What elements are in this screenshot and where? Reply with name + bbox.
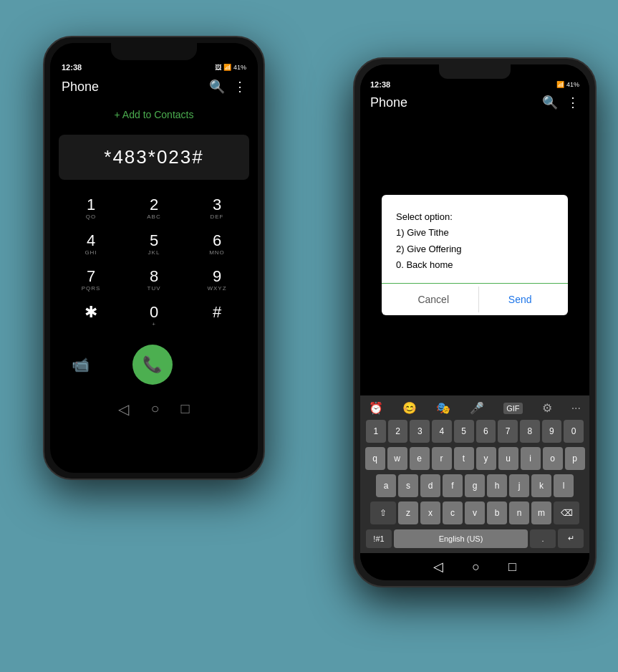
keyboard-number-row: 1 2 3 4 5 6 7 8 9 0 xyxy=(363,418,586,445)
key-b[interactable]: b xyxy=(487,501,507,524)
dialog-divider-v xyxy=(478,287,479,312)
add-to-contacts-button[interactable]: + Add to Contacts xyxy=(50,100,258,129)
dialer-display: *483*023# xyxy=(59,135,249,180)
dialog-box: Select option: 1) Give Tithe 2) Give Off… xyxy=(382,195,568,315)
key-a[interactable]: a xyxy=(376,474,396,497)
cancel-button[interactable]: Cancel xyxy=(403,287,463,312)
key-i[interactable]: i xyxy=(521,447,541,470)
phone2-app-title: Phone xyxy=(370,95,407,110)
recents-nav-icon[interactable]: □ xyxy=(181,400,190,418)
key-f[interactable]: f xyxy=(443,474,463,497)
spacebar-key[interactable]: English (US) xyxy=(394,529,528,548)
key-num-2[interactable]: 2 xyxy=(388,420,408,443)
home-nav-icon2[interactable]: ○ xyxy=(472,560,480,575)
key-num-4[interactable]: 4 xyxy=(432,420,452,443)
key-num-8[interactable]: 8 xyxy=(520,420,540,443)
call-button[interactable]: 📞 xyxy=(132,345,173,385)
settings-icon[interactable]: ⚙ xyxy=(542,401,552,415)
key-7[interactable]: 7PQRS xyxy=(62,264,120,296)
wifi-icon: 📶 xyxy=(556,81,564,88)
back-nav-icon[interactable]: ◁ xyxy=(118,400,129,418)
key-1[interactable]: 1QO xyxy=(62,193,120,224)
phone1-app-title: Phone xyxy=(62,80,99,95)
video-call-icon[interactable]: 📹 xyxy=(72,356,90,373)
phone1-screen: 12:38 🖼 📶 41% Phone 🔍 ⋮ + Add to Contact… xyxy=(50,43,258,473)
key-0[interactable]: 0+ xyxy=(125,300,183,332)
dialog-line4: 0. Back home xyxy=(396,259,453,270)
keyboard-bottom-row: !#1 English (US) . ↵ xyxy=(363,527,586,550)
key-x[interactable]: x xyxy=(420,501,440,524)
phone2-screen: 12:38 📶 41% Phone 🔍 ⋮ Select option: 1) … xyxy=(360,64,589,580)
key-z[interactable]: z xyxy=(398,501,418,524)
key-num-9[interactable]: 9 xyxy=(542,420,562,443)
more-emoji-icon[interactable]: ··· xyxy=(571,402,581,415)
backspace-key[interactable]: ⌫ xyxy=(554,501,579,524)
search-icon2[interactable]: 🔍 xyxy=(542,95,558,110)
search-icon[interactable]: 🔍 xyxy=(209,79,225,95)
emoji-icon[interactable]: 😊 xyxy=(402,401,417,415)
keyboard-row-a: a s d f g h j k l xyxy=(363,472,586,499)
key-e[interactable]: e xyxy=(410,447,430,470)
phone2-bottom-nav: ◁ ○ □ xyxy=(360,553,589,580)
key-num-1[interactable]: 1 xyxy=(366,420,386,443)
key-4[interactable]: 4GHI xyxy=(62,229,120,260)
gif-icon[interactable]: GIF xyxy=(503,403,522,414)
key-5[interactable]: 5JKL xyxy=(125,229,183,260)
keypad: 1QO 2ABC 3DEF 4GHI 5JKL 6MNO 7PQRS 8TUV … xyxy=(50,186,258,339)
dialog-line2: 1) Give Tithe xyxy=(396,227,449,238)
key-8[interactable]: 8TUV xyxy=(125,264,183,296)
key-l[interactable]: l xyxy=(554,474,574,497)
key-num-5[interactable]: 5 xyxy=(454,420,474,443)
key-q[interactable]: q xyxy=(365,447,385,470)
phone2-status-icons: 📶 41% xyxy=(556,80,579,89)
key-c[interactable]: c xyxy=(443,501,463,524)
key-hash[interactable]: # xyxy=(188,300,246,332)
key-9[interactable]: 9WXYZ xyxy=(188,264,246,296)
key-v[interactable]: v xyxy=(465,501,485,524)
battery-label: 41% xyxy=(233,64,246,71)
more-icon[interactable]: ⋮ xyxy=(233,79,246,95)
key-6[interactable]: 6MNO xyxy=(188,229,246,260)
key-3[interactable]: 3DEF xyxy=(188,193,246,224)
key-t[interactable]: t xyxy=(454,447,474,470)
key-num-0[interactable]: 0 xyxy=(564,420,584,443)
back-nav-icon2[interactable]: ◁ xyxy=(433,559,443,575)
shift-key[interactable]: ⇧ xyxy=(370,501,396,524)
key-d[interactable]: d xyxy=(420,474,440,497)
key-w[interactable]: w xyxy=(387,447,407,470)
key-g[interactable]: g xyxy=(465,474,485,497)
send-button[interactable]: Send xyxy=(494,287,546,312)
phone1-bottom-nav: ◁ ○ □ xyxy=(50,393,258,425)
key-j[interactable]: j xyxy=(509,474,529,497)
key-num-3[interactable]: 3 xyxy=(410,420,430,443)
phone1-device: 12:38 🖼 📶 41% Phone 🔍 ⋮ + Add to Contact… xyxy=(43,36,265,480)
key-y[interactable]: y xyxy=(476,447,496,470)
enter-key[interactable]: ↵ xyxy=(558,529,584,548)
key-p[interactable]: p xyxy=(565,447,585,470)
key-num-6[interactable]: 6 xyxy=(476,420,496,443)
phone2-app-bar: Phone 🔍 ⋮ xyxy=(360,90,589,115)
key-num-7[interactable]: 7 xyxy=(498,420,518,443)
mic-icon[interactable]: 🎤 xyxy=(470,401,484,415)
period-key[interactable]: . xyxy=(530,529,556,548)
phone2-app-bar-icons: 🔍 ⋮ xyxy=(542,95,579,110)
key-2[interactable]: 2ABC xyxy=(125,193,183,224)
phone2-time: 12:38 xyxy=(370,80,390,89)
more-icon2[interactable]: ⋮ xyxy=(566,95,579,110)
key-k[interactable]: k xyxy=(531,474,551,497)
home-nav-icon[interactable]: ○ xyxy=(150,400,159,418)
key-u[interactable]: u xyxy=(498,447,518,470)
key-n[interactable]: n xyxy=(509,501,529,524)
sticker-icon[interactable]: 🎭 xyxy=(436,401,450,415)
key-s[interactable]: s xyxy=(398,474,418,497)
recents-nav-icon2[interactable]: □ xyxy=(508,560,516,575)
key-star[interactable]: ✱ xyxy=(62,300,120,332)
key-o[interactable]: o xyxy=(543,447,563,470)
symbols-key[interactable]: !#1 xyxy=(366,529,392,548)
keyboard: ⏰ 😊 🎭 🎤 GIF ⚙ ··· 1 2 3 4 5 6 7 8 9 0 xyxy=(360,395,589,553)
key-h[interactable]: h xyxy=(487,474,507,497)
key-r[interactable]: r xyxy=(432,447,452,470)
alarm-icon[interactable]: ⏰ xyxy=(369,401,383,415)
key-m[interactable]: m xyxy=(531,501,551,524)
phone1-app-bar: Phone 🔍 ⋮ xyxy=(50,73,258,100)
